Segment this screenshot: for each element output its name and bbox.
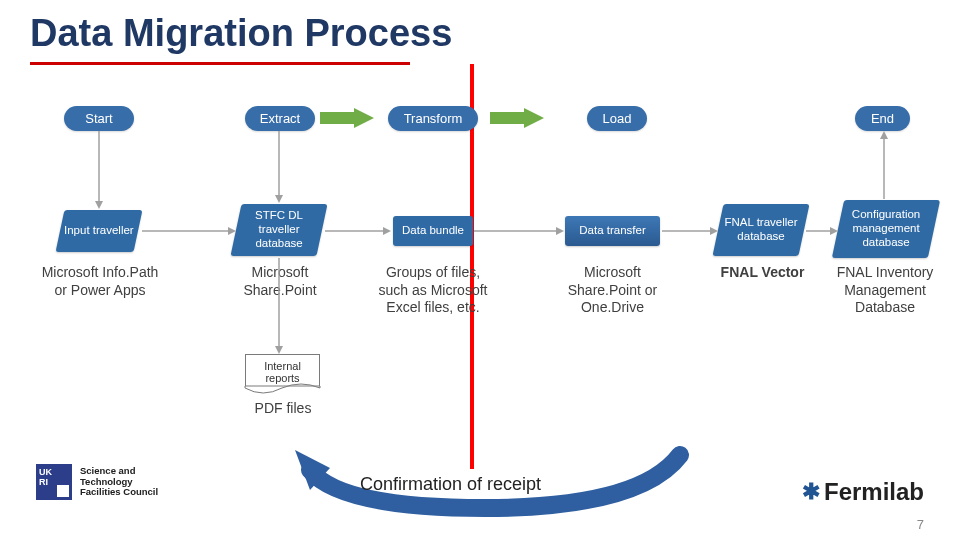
caption-sharepoint-onedrive: Microsoft Share.Point or One.Drive: [555, 264, 670, 317]
svg-marker-11: [383, 227, 391, 235]
stage-load: Load: [587, 106, 647, 131]
box-stfc-db: STFC DL traveller database: [230, 204, 327, 256]
svg-marker-1: [490, 108, 544, 128]
fermilab-logo: ✱ Fermilab: [802, 478, 924, 506]
caption-files: Groups of files, such as Microsoft Excel…: [373, 264, 493, 317]
connector-line: [806, 230, 838, 232]
title-underline: [30, 62, 410, 65]
stage-extract: Extract: [245, 106, 315, 131]
caption-inventory: FNAL Inventory Management Database: [820, 264, 950, 317]
stage-start: Start: [64, 106, 134, 131]
box-data-transfer: Data transfer: [565, 216, 660, 246]
arrow-icon: [490, 108, 544, 128]
fermilab-icon: ✱: [802, 479, 818, 505]
connector-line: [278, 258, 280, 354]
svg-marker-0: [320, 108, 374, 128]
document-icon: [245, 386, 320, 398]
confirmation-label: Confirmation of receipt: [360, 474, 541, 495]
box-internal-reports: Internal reports: [245, 354, 320, 388]
caption-vector: FNAL Vector: [715, 264, 810, 282]
ukri-icon: UK RI: [36, 464, 72, 500]
stage-end: End: [855, 106, 910, 131]
arrow-icon: [320, 108, 374, 128]
svg-marker-7: [880, 131, 888, 139]
caption-pdf: PDF files: [248, 400, 318, 418]
fermilab-text: Fermilab: [824, 478, 924, 506]
box-data-bundle: Data bundle: [393, 216, 473, 246]
connector-line: [883, 131, 885, 199]
caption-sharepoint: Microsoft Share.Point: [225, 264, 335, 299]
connector-line: [662, 230, 718, 232]
ukri-text: Science and Technology Facilities Counci…: [80, 466, 158, 499]
caption-infopath: Microsoft Info.Path or Power Apps: [40, 264, 160, 299]
box-config-db: Configuration management database: [832, 200, 940, 258]
svg-marker-13: [556, 227, 564, 235]
svg-marker-5: [275, 195, 283, 203]
box-input-traveller: Input traveller: [56, 210, 143, 252]
box-fnal-db: FNAL traveller database: [712, 204, 809, 256]
svg-marker-19: [275, 346, 283, 354]
connector-line: [98, 131, 100, 209]
ukri-logo: UK RI Science and Technology Facilities …: [36, 464, 158, 500]
page-title: Data Migration Process: [30, 12, 452, 55]
connector-line: [325, 230, 391, 232]
connector-line: [142, 230, 236, 232]
connector-line: [474, 230, 564, 232]
connector-line: [278, 131, 280, 203]
svg-marker-3: [95, 201, 103, 209]
stage-transform: Transform: [388, 106, 478, 131]
page-number: 7: [917, 517, 924, 532]
